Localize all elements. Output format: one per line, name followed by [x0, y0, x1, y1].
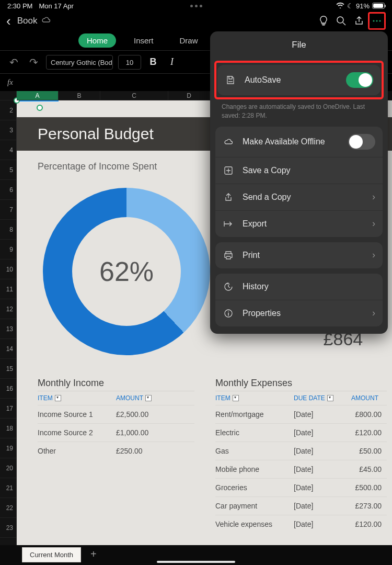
- autosave-toggle[interactable]: [346, 72, 373, 88]
- row-header[interactable]: 23: [0, 518, 16, 538]
- svg-point-3: [376, 20, 377, 21]
- cloud-offline-icon: [223, 136, 234, 148]
- table-row[interactable]: Income Source 2£1,000.00: [38, 423, 194, 442]
- filter-dropdown-icon[interactable]: [233, 395, 239, 401]
- font-select[interactable]: Century Gothic (Body): [46, 55, 113, 70]
- table-row[interactable]: Income Source 1£2,500.00: [38, 405, 194, 423]
- row-header[interactable]: 2: [0, 100, 16, 120]
- expenses-header-item[interactable]: ITEM: [215, 394, 230, 402]
- offline-row[interactable]: Make Available Offline: [215, 127, 383, 157]
- chevron-right-icon: ›: [372, 308, 375, 319]
- table-row[interactable]: Mobile phone[Date]£45.00: [215, 460, 387, 478]
- tab-insert[interactable]: Insert: [125, 33, 162, 48]
- cell-amount: £120.00: [351, 428, 387, 437]
- row-header[interactable]: 22: [0, 498, 16, 518]
- share-icon[interactable]: [350, 12, 368, 30]
- cell-amount: £500.00: [351, 483, 387, 492]
- history-label: History: [243, 282, 269, 291]
- col-A[interactable]: A: [17, 91, 59, 100]
- table-row[interactable]: Vehicle expenses[Date]£120.00: [215, 515, 387, 533]
- row-header[interactable]: 14: [0, 339, 16, 359]
- expenses-header-due[interactable]: DUE DATE: [294, 394, 325, 402]
- donut-chart: 62%: [43, 188, 210, 355]
- row-header[interactable]: 12: [0, 299, 16, 319]
- cell-due: [Date]: [294, 465, 351, 473]
- col-B[interactable]: B: [59, 91, 100, 100]
- expenses-header-amount[interactable]: AMOUNT: [351, 394, 378, 402]
- chevron-right-icon: ›: [372, 218, 375, 229]
- table-row[interactable]: Other£250.00: [38, 442, 194, 460]
- table-row[interactable]: Groceries[Date]£500.00: [215, 478, 387, 496]
- autosave-highlight: AutoSave: [214, 61, 384, 99]
- sheet-tab-current[interactable]: Current Month: [22, 547, 81, 562]
- print-label: Print: [243, 251, 260, 260]
- export-icon: [223, 218, 234, 230]
- redo-button[interactable]: ↷: [26, 56, 41, 69]
- row-header[interactable]: 18: [0, 419, 16, 438]
- tab-home[interactable]: Home: [78, 33, 116, 48]
- filter-dropdown-icon[interactable]: [327, 395, 333, 401]
- table-row[interactable]: Electric[Date]£120.00: [215, 423, 387, 442]
- properties-row[interactable]: Properties ›: [215, 300, 383, 326]
- save-copy-label: Save a Copy: [243, 166, 291, 175]
- offline-toggle[interactable]: [348, 134, 375, 150]
- row-header[interactable]: 17: [0, 399, 16, 419]
- col-C[interactable]: C: [100, 91, 168, 100]
- cell-amount: £120.00: [351, 520, 387, 528]
- properties-label: Properties: [243, 309, 281, 318]
- cell-due: [Date]: [294, 447, 351, 455]
- italic-button[interactable]: I: [165, 56, 179, 67]
- row-header[interactable]: 20: [0, 458, 16, 478]
- cell-amount: £50.00: [351, 447, 387, 455]
- file-menu-title: File: [210, 31, 388, 61]
- send-copy-icon: [223, 191, 234, 203]
- tab-draw[interactable]: Draw: [171, 33, 206, 48]
- back-button[interactable]: ‹: [6, 13, 11, 29]
- print-row[interactable]: Print ›: [215, 242, 383, 268]
- cell-item: Groceries: [215, 483, 294, 492]
- income-header-item[interactable]: ITEM: [38, 394, 53, 402]
- home-indicator[interactable]: [157, 561, 235, 563]
- cloud-sync-icon[interactable]: [41, 16, 51, 26]
- selection-handle[interactable]: [37, 105, 43, 111]
- row-header[interactable]: 21: [0, 478, 16, 498]
- filter-dropdown-icon[interactable]: [145, 395, 152, 401]
- bold-button[interactable]: B: [146, 56, 160, 67]
- save-copy-row[interactable]: Save a Copy: [215, 157, 383, 184]
- export-row[interactable]: Export ›: [215, 210, 383, 237]
- send-copy-row[interactable]: Send a Copy ›: [215, 184, 383, 210]
- undo-button[interactable]: ↶: [6, 56, 21, 69]
- autosave-row[interactable]: AutoSave: [217, 65, 381, 95]
- font-size-select[interactable]: 10: [118, 55, 141, 70]
- row-header[interactable]: 19: [0, 438, 16, 458]
- row-header[interactable]: 15: [0, 359, 16, 379]
- table-row[interactable]: Car payment[Date]£273.00: [215, 496, 387, 515]
- income-table: Monthly Income ITEM AMOUNT Income Source…: [38, 378, 194, 533]
- income-header-amount[interactable]: AMOUNT: [116, 394, 143, 402]
- row-header[interactable]: 8: [0, 220, 16, 240]
- row-header[interactable]: 16: [0, 379, 16, 399]
- table-row[interactable]: Gas[Date]£50.00: [215, 442, 387, 460]
- lightbulb-icon[interactable]: [315, 12, 332, 30]
- row-header[interactable]: 10: [0, 259, 16, 279]
- multitask-dots[interactable]: [190, 5, 202, 7]
- doc-title[interactable]: Book: [17, 16, 38, 26]
- row-header[interactable]: 4: [0, 140, 16, 160]
- status-time: 2:30 PM: [7, 2, 32, 10]
- add-sheet-button[interactable]: +: [86, 547, 101, 561]
- row-header[interactable]: 9: [0, 240, 16, 259]
- history-row[interactable]: History: [215, 274, 383, 300]
- row-header[interactable]: 6: [0, 180, 16, 200]
- row-header[interactable]: 13: [0, 319, 16, 339]
- table-row[interactable]: Rent/mortgage[Date]£800.00: [215, 405, 387, 423]
- row-header[interactable]: 11: [0, 279, 16, 299]
- svg-point-2: [373, 20, 374, 21]
- search-icon[interactable]: [332, 12, 350, 30]
- row-header[interactable]: 3: [0, 120, 16, 140]
- row-header[interactable]: 5: [0, 160, 16, 180]
- filter-dropdown-icon[interactable]: [55, 395, 61, 401]
- more-menu-button[interactable]: [368, 12, 386, 30]
- col-D[interactable]: D: [168, 91, 210, 100]
- row-header[interactable]: 7: [0, 200, 16, 220]
- row-headers[interactable]: 23456789101112131415161718192021222324: [0, 91, 17, 545]
